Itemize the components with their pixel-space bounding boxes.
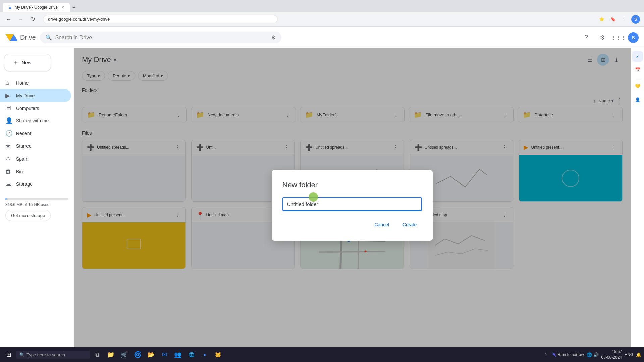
new-button-icon: ＋ [12, 58, 19, 67]
address-bar[interactable]: drive.google.com/drive/my-drive [43, 15, 278, 23]
start-button[interactable]: ⊞ [3, 349, 15, 361]
sidebar-item-computers[interactable]: 🖥 Computers [0, 102, 71, 114]
new-folder-dialog: New folder Cancel Create [272, 170, 433, 241]
sidebar-item-home[interactable]: ⌂ Home [0, 77, 71, 89]
search-input[interactable] [55, 35, 268, 41]
sidebar-label-recent: Recent [16, 131, 31, 136]
computers-icon: 🖥 [5, 105, 12, 112]
taskbar-mail[interactable]: ✉ [158, 349, 170, 361]
sidebar-label-computers: Computers [16, 106, 39, 111]
notification-button[interactable]: 🔔 [636, 352, 641, 357]
time-text: 15:57 [601, 349, 622, 355]
taskbar-chevron[interactable]: ^ [545, 353, 546, 357]
get-more-storage-button[interactable]: Get more storage [5, 210, 51, 221]
dialog-actions: Cancel Create [282, 219, 422, 230]
sidebar-label-bin: Bin [16, 169, 23, 174]
volume-icon[interactable]: 🔊 [593, 352, 599, 357]
browser-action-bookmark[interactable]: 🔖 [608, 15, 618, 24]
network-icon[interactable]: 🌐 [587, 352, 592, 357]
sidebar-label-storage: Storage [16, 181, 33, 187]
drive-logo: Drive [5, 32, 36, 44]
right-panel: ✓ 📅 💛 👤 ＋ [631, 48, 644, 362]
main-content: My Drive ▾ ☰ ⊞ ℹ Type ▾ People ▾ [74, 48, 631, 362]
taskbar-sys-tray: ^ [543, 353, 548, 357]
nav-reload-button[interactable]: ↻ [28, 15, 38, 24]
taskbar-store[interactable]: 🛒 [118, 349, 130, 361]
taskbar-task-view[interactable]: ⧉ [91, 349, 103, 361]
sidebar-item-shared[interactable]: 👤 Shared with me [0, 114, 71, 127]
taskbar-search[interactable]: 🔍 Type here to search [16, 351, 90, 359]
user-avatar[interactable]: S [628, 32, 639, 43]
sidebar-item-my-drive[interactable]: ▶ My Drive [0, 89, 71, 102]
sidebar-label-home: Home [16, 80, 29, 86]
right-panel-contacts-button[interactable]: 👤 [632, 94, 643, 105]
storage-fill [5, 198, 7, 200]
right-panel-keep-button[interactable]: 💛 [632, 81, 643, 92]
dialog-create-button[interactable]: Create [397, 219, 422, 230]
header-actions: ? ⚙ ⋮⋮⋮ S [580, 31, 639, 44]
shared-icon: 👤 [5, 117, 12, 124]
tab-close-btn[interactable]: ✕ [61, 5, 64, 10]
sidebar-label-my-drive: My Drive [16, 93, 35, 98]
drive-logo-icon [5, 32, 17, 44]
new-tab-button[interactable]: + [70, 3, 78, 12]
taskbar-explorer[interactable]: 📁 [105, 349, 117, 361]
taskbar-teams[interactable]: 👥 [172, 349, 184, 361]
taskbar-weather[interactable]: 🌂 Rain tomorrow [551, 352, 584, 357]
recent-icon: 🕐 [5, 130, 12, 137]
sidebar-label-shared: Shared with me [16, 118, 49, 123]
taskbar-edge[interactable]: 🌀 [131, 349, 144, 361]
taskbar: ⊞ 🔍 Type here to search ⧉ 📁 🛒 🌀 📂 ✉ 👥 🌐 … [0, 347, 644, 362]
search-filter-icon[interactable]: ⚙ [271, 34, 276, 41]
folder-name-input[interactable] [282, 197, 422, 211]
sidebar: ＋ New ⌂ Home ▶ My Drive 🖥 Computers 👤 Sh… [0, 48, 74, 362]
storage-text: 318.6 MB of 15 GB used [5, 202, 68, 207]
sidebar-label-spam: Spam [16, 156, 29, 162]
new-button[interactable]: ＋ New [4, 54, 51, 71]
storage-section: 318.6 MB of 15 GB used Get more storage [0, 190, 74, 229]
taskbar-apps: ⧉ 📁 🛒 🌀 📂 ✉ 👥 🌐 ● 🐱 [91, 349, 224, 361]
sidebar-item-storage[interactable]: ☁ Storage [0, 178, 71, 190]
sidebar-item-recent[interactable]: 🕐 Recent [0, 127, 71, 140]
home-icon: ⌂ [5, 79, 12, 86]
new-button-label: New [22, 60, 31, 65]
taskbar-chrome[interactable]: 🌐 [185, 349, 197, 361]
search-bar[interactable]: 🔍 ⚙ [40, 32, 281, 43]
nav-forward-button[interactable]: → [16, 15, 25, 24]
browser-profile-avatar[interactable]: S [631, 15, 640, 24]
taskbar-search-text: Type here to search [26, 352, 65, 357]
date-text: 08-08-2024 [601, 355, 622, 360]
dialog-title: New folder [282, 181, 422, 189]
taskbar-time-display: 15:57 08-08-2024 [601, 349, 622, 360]
header-apps-button[interactable]: ⋮⋮⋮ [612, 31, 625, 44]
search-icon: 🔍 [45, 34, 52, 41]
drive-logo-text: Drive [20, 34, 36, 41]
sidebar-item-starred[interactable]: ★ Starred [0, 140, 71, 153]
app-header: Drive 🔍 ⚙ ? ⚙ ⋮⋮⋮ S [0, 27, 644, 48]
browser-action-extensions[interactable]: ⭐ [597, 15, 606, 24]
taskbar-files[interactable]: 📂 [145, 349, 157, 361]
taskbar-search-icon: 🔍 [19, 352, 24, 357]
sidebar-item-bin[interactable]: 🗑 Bin [0, 165, 71, 178]
tab-favicon: ▲ [8, 5, 12, 10]
browser-action-menu[interactable]: ⋮ [620, 15, 629, 24]
taskbar-chrome2[interactable]: ● [199, 349, 211, 361]
taskbar-sys-icons: 🌐 🔊 [587, 352, 599, 357]
right-panel-calendar-button[interactable]: 📅 [632, 64, 643, 75]
right-panel-separator [634, 78, 642, 78]
active-tab[interactable]: ▲ My Drive - Google Drive ✕ [3, 3, 70, 12]
nav-back-button[interactable]: ← [4, 15, 13, 24]
sidebar-item-spam[interactable]: ⚠ Spam [0, 153, 71, 165]
starred-icon: ★ [5, 142, 12, 150]
taskbar-right: ^ 🌂 Rain tomorrow 🌐 🔊 15:57 08-08-2024 E… [543, 349, 641, 360]
header-help-button[interactable]: ? [580, 31, 593, 44]
address-text: drive.google.com/drive/my-drive [48, 17, 110, 22]
right-panel-tasks-button[interactable]: ✓ [632, 51, 643, 62]
taskbar-lang: ENG [625, 352, 633, 357]
taskbar-cat[interactable]: 🐱 [212, 349, 224, 361]
weather-icon: 🌂 [551, 352, 556, 357]
dialog-cancel-button[interactable]: Cancel [369, 219, 394, 230]
header-settings-button[interactable]: ⚙ [596, 31, 609, 44]
weather-text: Rain tomorrow [558, 352, 584, 357]
tab-title: My Drive - Google Drive [15, 5, 58, 10]
